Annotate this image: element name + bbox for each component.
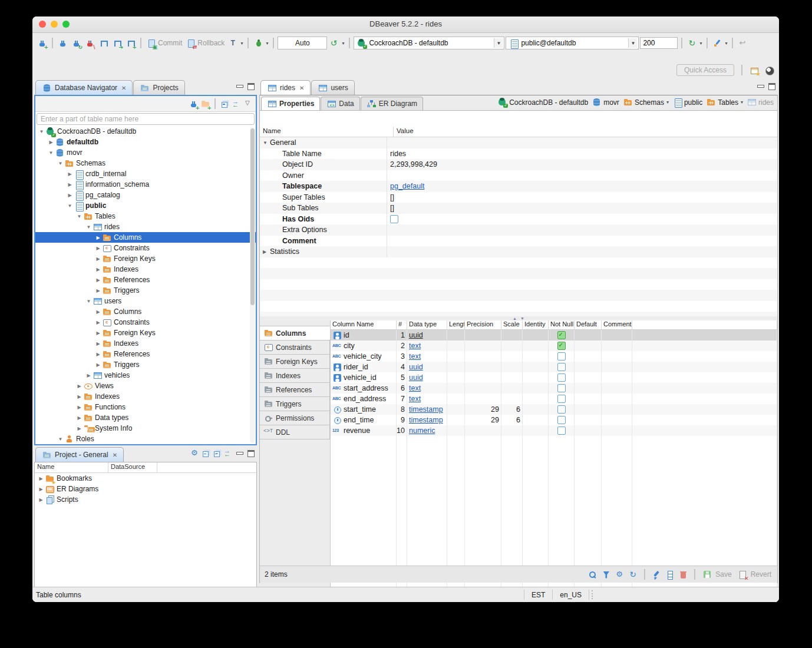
breadcrumb-item-movr[interactable]: movr bbox=[592, 97, 619, 107]
tree-item-vehicles[interactable]: ▶vehicles bbox=[35, 370, 256, 381]
link-with-editor-icon[interactable] bbox=[232, 99, 242, 109]
dropdown-arrow-icon[interactable]: ▾ bbox=[699, 41, 702, 46]
tree-item-triggers[interactable]: ▶Triggers bbox=[35, 359, 256, 370]
project-item-bookmarks[interactable]: ▶★Bookmarks bbox=[35, 473, 256, 484]
new-connection-icon[interactable]: + bbox=[189, 99, 199, 109]
data-type-link[interactable]: text bbox=[409, 352, 421, 361]
notnull-checkbox[interactable] bbox=[557, 373, 566, 382]
debug-button[interactable]: ▾ bbox=[252, 38, 269, 49]
tree-item-crdb_internal[interactable]: ▶crdb_internal bbox=[35, 168, 256, 179]
row-limit-input[interactable] bbox=[640, 37, 678, 49]
subtab-properties[interactable]: Properties bbox=[261, 97, 320, 110]
expand-arrow-icon[interactable]: ▶ bbox=[94, 277, 102, 283]
tab-projects[interactable]: Projects bbox=[133, 80, 184, 95]
column-row-end_address[interactable]: end_address7text bbox=[331, 394, 777, 404]
property-row-statistics[interactable]: ▶Statistics bbox=[260, 246, 777, 257]
expand-arrow-icon[interactable]: ▶ bbox=[66, 182, 74, 187]
new-connection-button[interactable]: + bbox=[36, 38, 48, 49]
column-row-vehicle_city[interactable]: vehicle_city3text bbox=[331, 351, 777, 362]
column-header-data-type[interactable]: Data type bbox=[407, 320, 447, 329]
expand-arrow-icon[interactable]: ▶ bbox=[37, 487, 45, 492]
data-type-link[interactable]: uuid bbox=[409, 363, 423, 371]
refresh-sync-button[interactable]: ▾ bbox=[686, 38, 703, 49]
editor-tab-rides[interactable]: rides✕ bbox=[260, 80, 311, 95]
expand-arrow-icon[interactable]: ▶ bbox=[75, 426, 83, 431]
expand-arrow-icon[interactable]: ▶ bbox=[263, 249, 270, 254]
dropdown-arrow-icon[interactable]: ▾ bbox=[741, 100, 743, 105]
combo-dropdown-icon[interactable]: ▼ bbox=[628, 38, 637, 48]
revert-button[interactable]: ✕Revert bbox=[737, 569, 773, 580]
property-row-super-tables[interactable]: Super Tables[] bbox=[260, 192, 777, 203]
tree-item-constraints[interactable]: ▶Constraints bbox=[35, 317, 256, 328]
project-col-name[interactable]: Name bbox=[35, 462, 108, 472]
breadcrumb-item-public[interactable]: public bbox=[672, 97, 702, 107]
expand-arrow-icon[interactable]: ▶ bbox=[94, 288, 102, 293]
column-row-start_time[interactable]: start_time8timestamp296 bbox=[331, 404, 777, 415]
tree-item-system-info[interactable]: ▶System Info bbox=[35, 423, 256, 434]
notnull-checkbox[interactable] bbox=[557, 331, 566, 339]
tree-item-columns[interactable]: ▶Columns bbox=[35, 232, 256, 243]
property-row-tablespace[interactable]: Tablespacepg_default bbox=[260, 181, 777, 192]
new-folder-icon[interactable]: + bbox=[200, 99, 210, 109]
expand-arrow-icon[interactable]: ▶ bbox=[75, 415, 83, 421]
expand-arrow-icon[interactable]: ▶ bbox=[47, 140, 55, 145]
close-tab-icon[interactable]: ✕ bbox=[299, 85, 304, 91]
expand-arrow-icon[interactable]: ▶ bbox=[94, 235, 102, 240]
transaction-mode-button[interactable]: ▾ bbox=[227, 38, 244, 49]
data-type-link[interactable]: text bbox=[409, 395, 421, 403]
detail-tab-foreign-keys[interactable]: Foreign Keys bbox=[260, 354, 330, 369]
open-perspective-icon[interactable]: ★ bbox=[750, 65, 760, 75]
collapse-all-icon[interactable] bbox=[220, 99, 230, 109]
column-header-comment[interactable]: Comment bbox=[602, 320, 632, 329]
connect-button[interactable] bbox=[57, 38, 69, 49]
minimize-panel-icon[interactable] bbox=[235, 448, 245, 458]
data-type-link[interactable]: numeric bbox=[409, 427, 435, 435]
collapse-arrow-icon[interactable]: ▼ bbox=[85, 224, 93, 230]
column-header-not-null[interactable]: Not Null bbox=[549, 320, 575, 329]
tree-item-foreign-keys[interactable]: ▶Foreign Keys bbox=[35, 328, 256, 338]
refresh-icon[interactable] bbox=[628, 570, 638, 580]
table-filter-input[interactable] bbox=[37, 113, 255, 125]
paintbrush-button[interactable]: ▾ bbox=[711, 38, 728, 49]
tree-item-references[interactable]: ▶References bbox=[35, 275, 256, 285]
data-type-link[interactable]: uuid bbox=[409, 373, 423, 382]
column-row-start_address[interactable]: start_address6text bbox=[331, 383, 777, 394]
column-row-rider_id[interactable]: rider_id4uuid bbox=[331, 362, 777, 372]
tree-item-defaultdb[interactable]: ▶defaultdb bbox=[35, 137, 256, 147]
tree-item-information_schema[interactable]: ▶information_schema bbox=[35, 179, 256, 190]
tree-item-movr[interactable]: ▼movr bbox=[35, 147, 256, 158]
schema-combo[interactable]: public@defaultdb▼ bbox=[506, 37, 639, 49]
disconnect-button[interactable]: ∖ bbox=[84, 38, 96, 49]
commit-button[interactable]: ▣Commit bbox=[145, 38, 183, 49]
collapse-arrow-icon[interactable]: ▼ bbox=[47, 150, 55, 156]
tree-item-rides[interactable]: ▼rides bbox=[35, 221, 256, 232]
expand-arrow-icon[interactable]: ▶ bbox=[94, 330, 102, 336]
splitter-handle[interactable]: ▲▼ bbox=[260, 316, 777, 320]
expand-arrow-icon[interactable]: ▶ bbox=[75, 405, 83, 410]
detail-tab-constraints[interactable]: Constraints bbox=[260, 340, 330, 355]
column-header-identity[interactable]: Identity bbox=[523, 320, 549, 329]
delete-icon[interactable] bbox=[678, 570, 688, 580]
expand-arrow-icon[interactable]: ▶ bbox=[94, 320, 102, 325]
minimize-editor-icon[interactable] bbox=[755, 81, 765, 91]
column-header-column-name[interactable]: Column Name bbox=[331, 320, 397, 329]
tree-item-constraints[interactable]: ▶Constraints bbox=[35, 243, 256, 253]
breadcrumb-item-schemas[interactable]: Schemas▾ bbox=[623, 97, 669, 107]
column-header--[interactable]: # bbox=[397, 320, 407, 329]
search-icon[interactable] bbox=[587, 570, 598, 580]
navigator-scrollbar[interactable] bbox=[250, 127, 255, 443]
combo-dropdown-icon[interactable]: ▼ bbox=[494, 38, 503, 48]
subtab-er-diagram[interactable]: ER Diagram bbox=[361, 97, 423, 110]
tree-item-foreign-keys[interactable]: ▶Foreign Keys bbox=[35, 253, 256, 264]
back-button[interactable] bbox=[737, 38, 749, 49]
detail-tab-ddl[interactable]: DDL bbox=[260, 425, 330, 439]
expand-arrow-icon[interactable]: ▶ bbox=[94, 267, 102, 272]
tree-item-triggers[interactable]: ▶Triggers bbox=[35, 285, 256, 296]
expand-arrow-icon[interactable]: ▶ bbox=[94, 352, 102, 357]
timezone-indicator[interactable]: EST bbox=[524, 590, 553, 600]
save-button[interactable]: Save bbox=[701, 569, 732, 580]
notnull-checkbox[interactable] bbox=[557, 395, 566, 403]
expand-arrow-icon[interactable]: ▶ bbox=[37, 497, 45, 502]
minimize-panel-icon[interactable] bbox=[235, 81, 245, 91]
property-row-general[interactable]: ▼General bbox=[260, 137, 777, 148]
